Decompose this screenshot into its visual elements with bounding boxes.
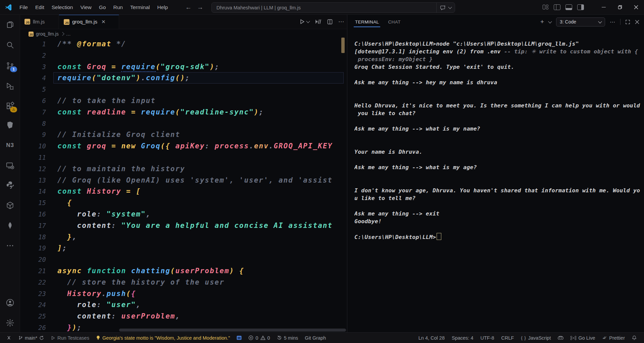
code-line-13[interactable]: 13// Groq (like OpenAI) uses 'system', '… [20, 175, 347, 186]
maximize-panel-icon[interactable] [625, 19, 630, 24]
toggle-sidebar-icon[interactable] [554, 4, 560, 10]
code-line-2[interactable]: 2 [20, 50, 347, 61]
close-tab-icon[interactable]: ✕ [101, 19, 106, 25]
code-line-20[interactable]: 20 [20, 254, 347, 265]
code-line-3[interactable]: 3const Groq = require("groq-sdk"); [20, 61, 347, 72]
breadcrumb-file[interactable]: groq_llm.js [36, 31, 59, 37]
split-editor-icon[interactable] [327, 19, 333, 24]
more-actions-icon[interactable]: ⋯ [338, 18, 344, 25]
code-line-11[interactable]: 11 [20, 152, 347, 163]
command-center-search[interactable]: Dhruva Maheshwari | LLM | groq_llm.js [211, 2, 455, 13]
code-line-4[interactable]: 4require("dotenv").config(); [20, 72, 347, 84]
sidebar-item-n3-extension[interactable]: N3 [5, 141, 15, 150]
terminal-selector[interactable]: 3: Code [556, 17, 605, 27]
close-button[interactable] [628, 0, 644, 14]
code-line-25[interactable]: 25 content: userProblem, [20, 310, 347, 322]
code-line-17[interactable]: 17 content: "You are a helpful and conci… [20, 220, 347, 231]
terminal-profile-chevron-icon[interactable] [548, 19, 552, 23]
status-tip-message[interactable]: Georgia's state motto is "Wisdom, Justic… [93, 333, 233, 343]
code-line-5[interactable]: 5 [20, 84, 347, 95]
panel-tab-terminal[interactable]: TERMINAL [354, 15, 380, 29]
status-git-graph[interactable]: Git Graph [302, 333, 329, 343]
code-line-22[interactable]: 22 // store the history of the user [20, 277, 347, 288]
panel-more-actions-icon[interactable]: ⋯ [610, 19, 615, 25]
toggle-secondary-sidebar-icon[interactable] [577, 4, 584, 10]
vscode-window: FileEditSelectionViewGoRunTerminalHelp ←… [0, 0, 644, 343]
status-go-live[interactable]: Go Live [568, 333, 598, 343]
restore-button[interactable] [612, 0, 628, 14]
close-panel-icon[interactable] [635, 20, 639, 24]
sidebar-item-mongodb[interactable] [5, 221, 15, 230]
status-git-branch[interactable]: main* [16, 333, 47, 343]
breadcrumb-more[interactable]: … [66, 31, 71, 37]
menu-go[interactable]: Go [95, 2, 110, 12]
code-line-14[interactable]: 14const History = [ [20, 186, 347, 197]
sidebar-item-accounts[interactable] [5, 298, 15, 307]
status-eol[interactable]: CRLF [499, 333, 517, 343]
status-copilot[interactable] [555, 333, 566, 343]
status-encoding[interactable]: UTF-8 [478, 333, 497, 343]
run-options-chevron-icon[interactable] [306, 19, 310, 23]
sidebar-item-live-preview[interactable] [5, 161, 15, 170]
sidebar-item-explorer[interactable] [5, 20, 15, 29]
code-line-15[interactable]: 15 { [20, 197, 347, 208]
minimize-button[interactable] [596, 0, 612, 14]
sidebar-item-search[interactable] [5, 40, 15, 50]
code-line-19[interactable]: 19]; [20, 242, 347, 254]
sidebar-item-settings[interactable] [5, 318, 15, 328]
nav-back-icon[interactable]: ← [185, 4, 192, 11]
status-run-testcases[interactable]: Run Testcases [48, 333, 92, 343]
status-cursor-position[interactable]: Ln 4, Col 28 [416, 333, 447, 343]
sidebar-item-python[interactable] [5, 180, 15, 190]
sidebar-item-extension-shape[interactable] [5, 120, 15, 130]
menu-selection[interactable]: Selection [48, 2, 77, 12]
code-line-10[interactable]: 10const groq = new Groq({ apiKey: proces… [20, 140, 347, 152]
new-terminal-button[interactable]: + [540, 18, 544, 26]
status-remote-window[interactable] [3, 333, 14, 343]
sidebar-item-source-control[interactable]: 1 [5, 61, 15, 70]
sidebar-item-run-debug[interactable] [5, 82, 15, 91]
code-line-9[interactable]: 9// Initialize Groq client [20, 129, 347, 140]
code-line-21[interactable]: 21async function chatting(userProblem) { [20, 265, 347, 277]
status-notifications[interactable] [629, 333, 639, 343]
run-file-button[interactable] [299, 19, 309, 24]
run-fast-icon[interactable] [315, 19, 321, 24]
sidebar-item-extensions[interactable]: ⚠ [5, 101, 15, 111]
copilot-menu[interactable] [436, 3, 455, 12]
code-line-24[interactable]: 24 role: "user", [20, 299, 347, 310]
code-line-7[interactable]: 7const readline = require("readline-sync… [20, 106, 347, 118]
tab-llm.js[interactable]: JSllm.js [20, 14, 59, 29]
menu-run[interactable]: Run [109, 2, 126, 12]
nav-forward-icon[interactable]: → [197, 4, 203, 11]
code-line-1[interactable]: 1/** @format */ [20, 39, 347, 50]
panel-tab-chat[interactable]: CHAT [387, 15, 402, 29]
code-line-18[interactable]: 18 }, [20, 231, 347, 243]
terminal-output[interactable]: C:\Users\HP\Desktop\LLM>node "c:\Users\H… [347, 29, 644, 333]
line-number: 11 [20, 152, 46, 163]
menu-terminal[interactable]: Terminal [127, 2, 154, 12]
horizontal-scrollbar[interactable] [119, 329, 346, 332]
code-line-16[interactable]: 16 role: "system", [20, 208, 347, 220]
customize-layout-icon[interactable] [543, 5, 549, 10]
status-prettier[interactable]: ✓✓Prettier [599, 333, 628, 343]
status-language-mode[interactable]: { }JavaScript [518, 333, 553, 343]
code-line-12[interactable]: 12// to maintain the history [20, 163, 347, 175]
code-line-6[interactable]: 6// to take the input [20, 95, 347, 106]
status-timer[interactable]: 5 mins [274, 333, 301, 343]
status-problems[interactable]: 00 [246, 333, 273, 343]
sidebar-item-more-views[interactable] [5, 241, 15, 250]
toggle-panel-icon[interactable] [565, 4, 572, 10]
code-editor[interactable]: 1/** @format */23const Groq = require("g… [20, 39, 347, 333]
status-preview-window[interactable] [234, 333, 244, 343]
code-line-23[interactable]: 23 History.push({ [20, 288, 347, 299]
menu-view[interactable]: View [77, 2, 95, 12]
tab-groq_llm.js[interactable]: JSgroq_llm.js✕ [59, 14, 119, 29]
status-indentation[interactable]: Spaces: 4 [449, 333, 476, 343]
breadcrumb[interactable]: JS groq_llm.js … [20, 29, 347, 39]
menu-edit[interactable]: Edit [32, 2, 48, 12]
sidebar-item-containers[interactable] [5, 201, 15, 210]
menu-help[interactable]: Help [154, 2, 172, 12]
menu-file[interactable]: File [16, 2, 32, 12]
scrollbar-decoration [341, 38, 345, 53]
code-line-8[interactable]: 8 [20, 118, 347, 129]
